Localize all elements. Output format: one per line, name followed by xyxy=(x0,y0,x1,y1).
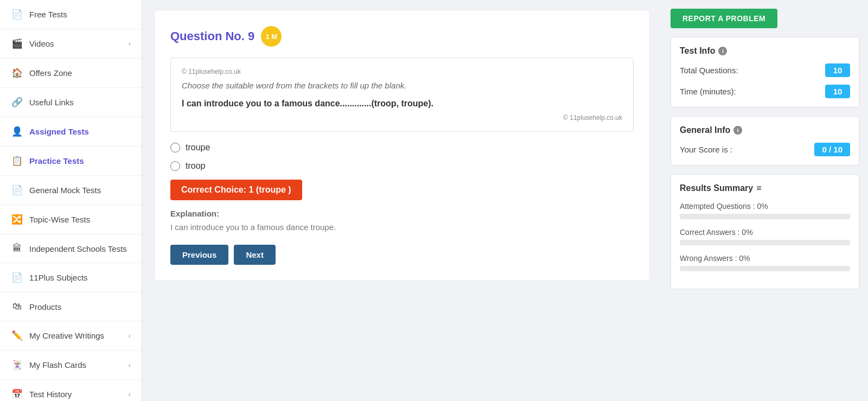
independent-schools-tests-icon: 🏛 xyxy=(11,243,23,254)
test-history-label: Test History xyxy=(29,390,72,399)
sidebar-item-assigned-tests[interactable]: 👤Assigned Tests xyxy=(0,117,142,147)
next-button[interactable]: Next xyxy=(234,245,276,265)
sidebar-item-practice-tests[interactable]: 📋Practice Tests xyxy=(0,147,142,176)
results-icon: ≡ xyxy=(756,183,761,193)
test-info-title: Test Info i xyxy=(680,46,850,56)
answer-option-1[interactable]: troupe xyxy=(170,143,634,152)
my-creative-writings-label: My Creative Writings xyxy=(29,331,104,340)
question-box: © 11plusehelp.co.uk Choose the suitable … xyxy=(170,58,634,132)
videos-label: Videos xyxy=(29,39,54,48)
correct-progress-bg xyxy=(680,240,850,245)
my-creative-writings-icon: ✏️ xyxy=(11,330,23,341)
practice-tests-icon: 📋 xyxy=(11,155,23,167)
question-number: Question No. 9 xyxy=(170,29,254,43)
time-row: Time (minutes): 10 xyxy=(680,85,850,98)
total-questions-value: 10 xyxy=(825,63,850,77)
question-text: I can introduce you to a famous dance...… xyxy=(182,99,622,109)
products-icon: 🛍 xyxy=(11,301,23,312)
wrong-label: Wrong Answers : 0% xyxy=(680,254,850,263)
results-section: Results Summary ≡ Attempted Questions : … xyxy=(671,174,859,289)
main-content: Question No. 9 1 M © 11plusehelp.co.uk C… xyxy=(142,0,662,401)
question-copyright-bottom: © 11plusehelp.co.uk xyxy=(182,114,622,122)
assigned-tests-icon: 👤 xyxy=(11,126,23,137)
nav-buttons: Previous Next xyxy=(170,245,634,265)
useful-links-label: Useful Links xyxy=(29,98,74,107)
radio-troupe[interactable] xyxy=(170,143,180,152)
my-flash-cards-icon: 🃏 xyxy=(11,359,23,371)
test-history-arrow-icon: ‹ xyxy=(129,390,131,398)
sidebar-item-11plus-subjects[interactable]: 📄11Plus Subjects xyxy=(0,263,142,292)
correct-row: Correct Answers : 0% xyxy=(680,228,850,245)
mark-badge: 1 M xyxy=(261,26,282,47)
sidebar-item-videos[interactable]: 🎬Videos‹ xyxy=(0,29,142,59)
answer-option-2[interactable]: troop xyxy=(170,161,634,171)
products-label: Products xyxy=(29,302,61,311)
test-info-section: Test Info i Total Questions: 10 Time (mi… xyxy=(671,37,859,107)
total-questions-label: Total Questions: xyxy=(680,66,738,75)
question-header: Question No. 9 1 M xyxy=(170,26,634,47)
wrong-row: Wrong Answers : 0% xyxy=(680,254,850,271)
results-summary-title: Results Summary ≡ xyxy=(680,183,850,193)
wrong-progress-bg xyxy=(680,266,850,271)
sidebar-item-topic-wise-tests[interactable]: 🔀Topic-Wise Tests xyxy=(0,205,142,234)
score-label: Your Score is : xyxy=(680,145,732,154)
time-value: 10 xyxy=(825,85,850,98)
videos-icon: 🎬 xyxy=(11,38,23,49)
option-label-troop: troop xyxy=(186,161,205,171)
videos-arrow-icon: ‹ xyxy=(129,40,131,48)
useful-links-icon: 🔗 xyxy=(11,97,23,108)
general-mock-tests-label: General Mock Tests xyxy=(29,186,101,195)
sidebar: 📄Free Tests🎬Videos‹🏠Offers Zone🔗Useful L… xyxy=(0,0,142,401)
explanation-label: Explanation: xyxy=(170,209,634,218)
test-history-icon: 📅 xyxy=(11,389,23,400)
sidebar-item-general-mock-tests[interactable]: 📄General Mock Tests xyxy=(0,176,142,205)
independent-schools-tests-label: Independent Schools Tests xyxy=(29,244,127,253)
sidebar-item-offers-zone[interactable]: 🏠Offers Zone xyxy=(0,59,142,88)
sidebar-item-independent-schools-tests[interactable]: 🏛Independent Schools Tests xyxy=(0,234,142,263)
correct-choice-button: Correct Choice: 1 (troupe ) xyxy=(170,180,302,200)
sidebar-item-useful-links[interactable]: 🔗Useful Links xyxy=(0,88,142,117)
option-label-troupe: troupe xyxy=(186,143,210,152)
general-info-icon: i xyxy=(733,126,742,135)
attempted-label: Attempted Questions : 0% xyxy=(680,202,850,211)
test-info-icon: i xyxy=(718,47,727,55)
question-copyright-top: © 11plusehelp.co.uk xyxy=(182,68,622,75)
assigned-tests-label: Assigned Tests xyxy=(29,127,89,136)
free-tests-label: Free Tests xyxy=(29,10,67,19)
sidebar-item-test-history[interactable]: 📅Test History‹ xyxy=(0,380,142,401)
radio-troop[interactable] xyxy=(170,161,180,171)
right-panel: REPORT A PROBLEM Test Info i Total Quest… xyxy=(662,0,868,401)
offers-zone-label: Offers Zone xyxy=(29,68,72,78)
sidebar-item-products[interactable]: 🛍Products xyxy=(0,292,142,321)
11plus-subjects-icon: 📄 xyxy=(11,272,23,283)
time-label: Time (minutes): xyxy=(680,87,736,96)
question-card: Question No. 9 1 M © 11plusehelp.co.uk C… xyxy=(155,11,649,280)
my-flash-cards-arrow-icon: ‹ xyxy=(129,361,131,369)
general-info-title: General Info i xyxy=(680,125,850,135)
my-creative-writings-arrow-icon: ‹ xyxy=(129,332,131,340)
general-info-section: General Info i Your Score is : 0 / 10 xyxy=(671,116,859,166)
sidebar-item-free-tests[interactable]: 📄Free Tests xyxy=(0,0,142,29)
total-questions-row: Total Questions: 10 xyxy=(680,63,850,77)
topic-wise-tests-icon: 🔀 xyxy=(11,214,23,225)
report-problem-button[interactable]: REPORT A PROBLEM xyxy=(671,9,777,28)
sidebar-item-my-flash-cards[interactable]: 🃏My Flash Cards‹ xyxy=(0,351,142,380)
attempted-row: Attempted Questions : 0% xyxy=(680,202,850,219)
explanation-text: I can introduce you to a famous dance tr… xyxy=(170,222,634,232)
general-mock-tests-icon: 📄 xyxy=(11,184,23,196)
attempted-progress-bg xyxy=(680,214,850,219)
sidebar-item-my-creative-writings[interactable]: ✏️My Creative Writings‹ xyxy=(0,321,142,351)
my-flash-cards-label: My Flash Cards xyxy=(29,360,86,370)
offers-zone-icon: 🏠 xyxy=(11,67,23,79)
score-value: 0 / 10 xyxy=(814,143,850,156)
correct-label: Correct Answers : 0% xyxy=(680,228,850,237)
free-tests-icon: 📄 xyxy=(11,9,23,20)
score-row: Your Score is : 0 / 10 xyxy=(680,143,850,156)
practice-tests-label: Practice Tests xyxy=(29,156,84,166)
previous-button[interactable]: Previous xyxy=(170,245,228,265)
question-instruction: Choose the suitable word from the bracke… xyxy=(182,81,622,90)
topic-wise-tests-label: Topic-Wise Tests xyxy=(29,215,90,224)
11plus-subjects-label: 11Plus Subjects xyxy=(29,273,88,282)
